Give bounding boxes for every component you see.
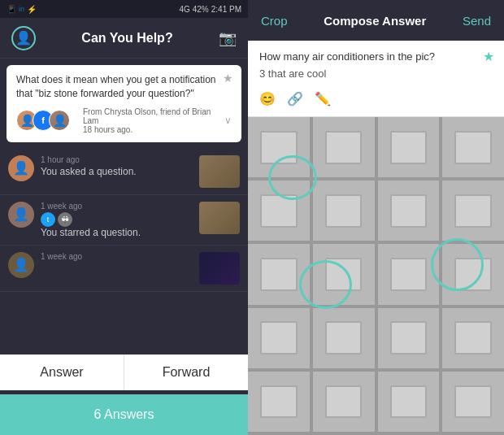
window-2-1 xyxy=(248,181,313,241)
answers-count: 6 Answers xyxy=(94,407,154,422)
forward-button[interactable]: Forward xyxy=(124,355,248,390)
feed-time-1: 1 hour ago xyxy=(41,155,193,164)
answers-bar[interactable]: 6 Answers xyxy=(0,394,248,435)
left-header: 👤 Can You Help? 📷 xyxy=(0,18,248,59)
crop-button[interactable]: Crop xyxy=(261,14,288,28)
window-4-1 xyxy=(248,308,313,368)
time-ago: 18 hours ago. xyxy=(83,125,133,134)
person-icon-glyph: 👤 xyxy=(15,30,32,46)
window-5-4 xyxy=(442,372,504,432)
window-2-3 xyxy=(378,181,443,241)
building-row-1 xyxy=(248,117,504,181)
feed-time-2: 1 week ago xyxy=(41,202,193,211)
window-1-2 xyxy=(313,117,378,177)
feed-item-3[interactable]: 👤 1 week ago xyxy=(0,246,248,292)
link-tool-icon[interactable]: 🔗 xyxy=(287,91,303,107)
feed-content-2: 1 week ago t 🕶 You starred a question. xyxy=(41,202,193,238)
window-5-2 xyxy=(313,372,378,432)
window-5-3 xyxy=(378,372,443,432)
compose-answer-input[interactable]: 3 that are cool xyxy=(259,67,493,80)
question-card[interactable]: ★ What does it mean when you get a notif… xyxy=(7,65,241,142)
emoji-tool-icon[interactable]: 😊 xyxy=(259,91,276,107)
compose-area: ★ How many air conditioners in the pic? … xyxy=(248,41,504,117)
building-row-4 xyxy=(248,308,504,372)
feed-content-1: 1 hour ago You asked a question. xyxy=(41,155,193,177)
feed-item-2[interactable]: 👤 1 week ago t 🕶 You starred a question. xyxy=(0,195,248,246)
building-grid xyxy=(248,117,504,435)
compose-question: How many air conditioners in the pic? xyxy=(259,50,493,63)
send-button[interactable]: Send xyxy=(463,14,491,28)
window-3-4 xyxy=(442,244,504,304)
status-left: 📱 in ⚡ xyxy=(7,5,37,14)
feed-text-2: You starred a question. xyxy=(41,227,193,238)
window-4-4 xyxy=(442,308,504,368)
from-text: From Chrysta Olson, friend of Brian Lam xyxy=(83,107,211,125)
window-4-2 xyxy=(313,308,378,368)
window-3-3 xyxy=(378,244,443,304)
answer-button[interactable]: Answer xyxy=(0,355,124,390)
feed-avatar-1: 👤 xyxy=(8,155,34,181)
feed-thumb-1 xyxy=(199,155,240,188)
profile-icon[interactable]: 👤 xyxy=(11,26,36,50)
status-right: 4G 42% 2:41 PM xyxy=(179,5,241,14)
building-row-5 xyxy=(248,372,504,435)
window-1-1 xyxy=(248,117,313,177)
chevron-down-icon[interactable]: ∨ xyxy=(224,115,232,126)
right-header: Crop Compose Answer Send xyxy=(248,0,504,41)
right-panel: Crop Compose Answer Send ★ How many air … xyxy=(248,0,504,435)
glasses-icon: 🕶 xyxy=(58,212,72,227)
avatar-group: 👤 f 👤 xyxy=(16,110,70,131)
time-text: 2:41 PM xyxy=(211,5,241,14)
star-icon[interactable]: ★ xyxy=(223,72,233,85)
building-rows xyxy=(248,117,504,435)
feed-content-3: 1 week ago xyxy=(41,252,193,263)
feed-avatar-3: 👤 xyxy=(8,252,34,278)
bottom-action-bar: Answer Forward xyxy=(0,355,248,390)
feed-avatar-2: 👤 xyxy=(8,202,34,228)
camera-icon[interactable]: 📷 xyxy=(219,29,237,47)
window-4-3 xyxy=(378,308,443,368)
window-3-1 xyxy=(248,244,313,304)
building-row-3 xyxy=(248,244,504,307)
feed-thumb-2 xyxy=(199,202,240,234)
left-panel: 📱 in ⚡ 4G 42% 2:41 PM 👤 Can You Help? 📷 … xyxy=(0,0,248,435)
compose-answer-title: Compose Answer xyxy=(324,14,426,28)
feed-icons-2: t 🕶 xyxy=(41,212,193,227)
window-1-4 xyxy=(442,117,504,177)
window-1-3 xyxy=(378,117,443,177)
window-2-4 xyxy=(442,181,504,241)
status-bar: 📱 in ⚡ 4G 42% 2:41 PM xyxy=(0,0,248,18)
star-bookmark-icon[interactable]: ★ xyxy=(483,49,494,64)
feed-time-3: 1 week ago xyxy=(41,252,193,261)
window-2-2 xyxy=(313,181,378,241)
twitter-icon: t xyxy=(41,212,55,227)
phone-icon: 📱 xyxy=(7,5,16,14)
pencil-tool-icon[interactable]: ✏️ xyxy=(315,91,331,107)
building-row-2 xyxy=(248,181,504,244)
linkedin-icon: in xyxy=(19,5,24,13)
question-text: What does it mean when you get a notific… xyxy=(16,73,232,101)
battery-text: 42% xyxy=(193,5,209,14)
window-5-1 xyxy=(248,372,313,432)
feed-thumb-3 xyxy=(199,252,240,285)
window-3-2 xyxy=(313,244,378,304)
compose-toolbar: 😊 🔗 ✏️ xyxy=(259,88,493,110)
page-title: Can You Help? xyxy=(81,31,172,46)
feed-item-1[interactable]: 👤 1 hour ago You asked a question. xyxy=(0,149,248,195)
building-image-area xyxy=(248,117,504,435)
bluetooth-icon: ⚡ xyxy=(27,5,37,14)
question-from: From Chrysta Olson, friend of Brian Lam … xyxy=(83,107,219,134)
signal-text: 4G xyxy=(179,5,189,14)
avatar-2: 👤 xyxy=(49,110,70,131)
question-meta: 👤 f 👤 From Chrysta Olson, friend of Bria… xyxy=(16,107,232,134)
feed-text-1: You asked a question. xyxy=(41,166,193,177)
